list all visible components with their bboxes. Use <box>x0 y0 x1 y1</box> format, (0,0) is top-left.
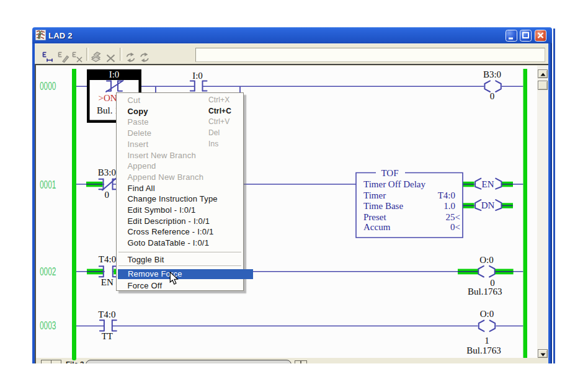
svg-text:TOF: TOF <box>381 167 398 177</box>
svg-text:0: 0 <box>105 189 110 199</box>
svg-text:Bul.1763: Bul.1763 <box>466 345 501 355</box>
svg-text:T4:0: T4:0 <box>438 190 455 200</box>
svg-text:1.0: 1.0 <box>443 201 455 211</box>
svg-text:TT: TT <box>102 331 113 341</box>
svg-text:0<: 0< <box>450 222 460 232</box>
svg-text:Accum: Accum <box>363 222 391 232</box>
svg-text:I:0: I:0 <box>192 70 203 80</box>
svg-text:Timer Off Delay: Timer Off Delay <box>363 179 425 189</box>
svg-text:Bul.1763: Bul.1763 <box>468 287 502 296</box>
svg-text:25<: 25< <box>446 212 460 221</box>
svg-text:EN: EN <box>101 277 114 287</box>
svg-text:EN: EN <box>482 179 494 189</box>
svg-text:Time Base: Time Base <box>363 201 403 211</box>
svg-text:0: 0 <box>490 91 495 101</box>
svg-text:Timer: Timer <box>363 190 386 200</box>
svg-text:T4:0: T4:0 <box>99 254 116 264</box>
svg-text:B3:0: B3:0 <box>98 167 116 177</box>
svg-text:O:0: O:0 <box>480 308 494 318</box>
svg-text:B3:0: B3:0 <box>483 69 501 79</box>
svg-text:I:0: I:0 <box>109 69 120 79</box>
svg-text:O:0: O:0 <box>479 255 494 265</box>
svg-text:Preset: Preset <box>363 212 386 221</box>
svg-text:T4:0: T4:0 <box>98 309 115 319</box>
svg-text:1: 1 <box>484 336 489 345</box>
svg-text:DN: DN <box>481 200 495 210</box>
